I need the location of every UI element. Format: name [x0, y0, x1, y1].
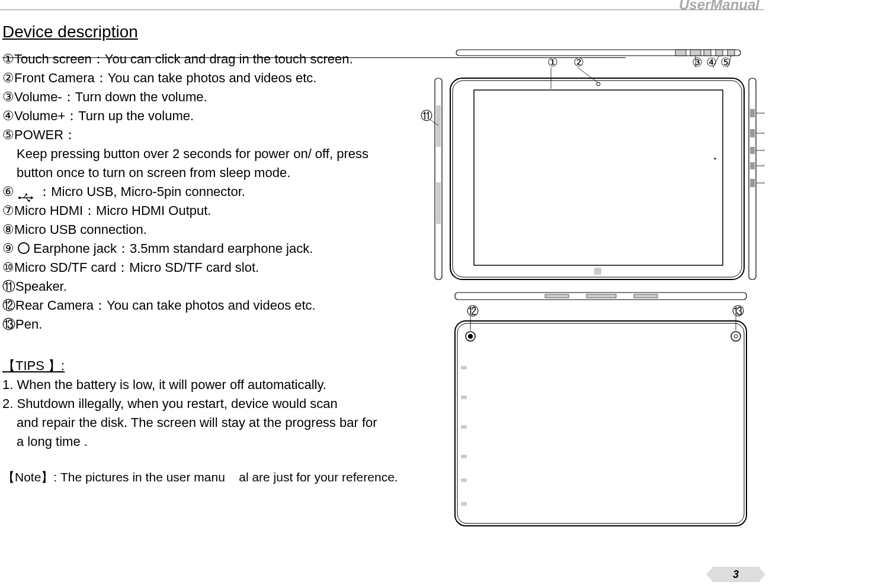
- item-9-suffix: Earphone jack：3.5mm standard earphone ja…: [33, 241, 313, 256]
- item-7: ⑦Micro HDMI：Micro HDMI Output.: [2, 201, 405, 220]
- description-column: ①Touch screen：You can click and drag in …: [2, 50, 405, 487]
- svg-marker-2: [31, 196, 33, 200]
- svg-rect-41: [587, 294, 616, 298]
- svg-rect-26: [594, 268, 601, 275]
- svg-rect-12: [728, 50, 735, 56]
- callout-4: ④: [706, 56, 717, 69]
- item-11: ⑪Speaker.: [2, 277, 405, 296]
- callout-5: ⑤: [720, 56, 731, 69]
- callout-9: ⑨: [763, 159, 764, 172]
- svg-point-47: [731, 332, 741, 341]
- note-block: 【Note】: The pictures in the user manu al…: [2, 468, 405, 487]
- item-9-prefix: ⑨: [2, 241, 14, 256]
- svg-rect-52: [461, 455, 467, 458]
- item-12: ⑫Rear Camera：You can take photos and vid…: [2, 296, 405, 315]
- item-1: ①Touch screen：You can click and drag in …: [2, 50, 405, 69]
- item-6: ⑥ ：Micro USB, Micro-5pin connector.: [2, 182, 405, 201]
- svg-rect-51: [461, 425, 467, 429]
- svg-rect-50: [461, 396, 467, 399]
- item-5-line2: button once to turn on screen from sleep…: [17, 163, 405, 182]
- tips-block: 【TIPS 】: 1. When the battery is low, it …: [2, 356, 405, 451]
- item-6-prefix: ⑥: [2, 184, 14, 199]
- section-title-text: Device description: [2, 23, 138, 41]
- item-6-suffix: ：Micro USB, Micro-5pin connector.: [38, 184, 245, 199]
- header-rule: [0, 9, 764, 10]
- svg-rect-22: [450, 78, 744, 279]
- svg-rect-40: [545, 294, 569, 298]
- svg-rect-4: [25, 194, 27, 195]
- svg-point-48: [734, 335, 738, 338]
- note-label: 【Note】:: [2, 470, 57, 484]
- item-13: ⑬Pen.: [2, 315, 405, 334]
- item-5-line1: Keep pressing button over 2 seconds for …: [17, 144, 405, 163]
- svg-rect-15: [436, 182, 441, 224]
- svg-point-46: [468, 334, 473, 339]
- svg-rect-17: [750, 109, 755, 117]
- svg-point-1: [18, 197, 21, 199]
- callout-6: ⑥: [763, 107, 764, 120]
- callout-13: ⑬: [732, 304, 744, 317]
- item-9: ⑨ Earphone jack：3.5mm standard earphone …: [2, 239, 405, 258]
- svg-rect-44: [457, 323, 744, 523]
- svg-rect-8: [675, 50, 686, 56]
- svg-rect-54: [461, 502, 467, 506]
- tips-1: 1. When the battery is low, it will powe…: [2, 375, 405, 394]
- device-diagram: ① ② ③ ④ ⑤ ⑪ ⑥ ⑦ ⑧ ⑨ ⑩ ⑫ ⑬: [421, 46, 764, 567]
- tips-2a: 2. Shutdown illegally, when you restart,…: [2, 394, 405, 413]
- svg-rect-19: [750, 147, 755, 154]
- tips-heading: 【TIPS 】:: [2, 356, 405, 375]
- svg-rect-20: [750, 162, 755, 169]
- svg-rect-14: [436, 105, 441, 147]
- svg-rect-53: [461, 478, 467, 482]
- item-10: ⑩Micro SD/TF card：Micro SD/TF card slot.: [2, 258, 405, 277]
- svg-rect-21: [750, 179, 755, 187]
- svg-rect-11: [716, 50, 723, 56]
- svg-rect-18: [750, 129, 755, 137]
- svg-rect-10: [704, 50, 711, 56]
- tips-2b: and repair the disk. The screen will sta…: [17, 413, 405, 432]
- callout-3: ③: [692, 56, 703, 69]
- callout-7: ⑦: [763, 127, 764, 140]
- item-2: ②Front Camera：You can take photos and vi…: [2, 69, 405, 88]
- note-text-a: The pictures in the user manu: [60, 470, 225, 484]
- item-5-label: ⑤POWER：: [2, 126, 405, 144]
- svg-rect-43: [455, 321, 746, 526]
- svg-rect-49: [461, 366, 467, 369]
- tips-2c: a long time .: [17, 432, 405, 451]
- usb-icon: [18, 188, 34, 197]
- item-3: ③Volume-：Turn down the volume.: [2, 88, 405, 107]
- svg-rect-9: [690, 50, 701, 56]
- callout-1: ①: [547, 56, 558, 69]
- callout-2: ②: [573, 56, 584, 69]
- svg-rect-42: [634, 294, 658, 298]
- callout-11: ⑪: [421, 109, 432, 122]
- headphone-icon: [18, 242, 30, 254]
- brand-text: UserManual: [679, 0, 760, 13]
- callout-12: ⑫: [467, 304, 479, 317]
- item-4: ④Volume+：Turn up the volume.: [2, 107, 405, 126]
- note-text-b: al are just for your reference.: [239, 470, 398, 484]
- item-8: ⑧Micro USB connection.: [2, 220, 405, 239]
- callout-8: ⑧: [763, 144, 764, 157]
- callout-10: ⑩: [763, 176, 764, 189]
- svg-point-27: [714, 158, 716, 160]
- page-number: 3: [712, 567, 760, 582]
